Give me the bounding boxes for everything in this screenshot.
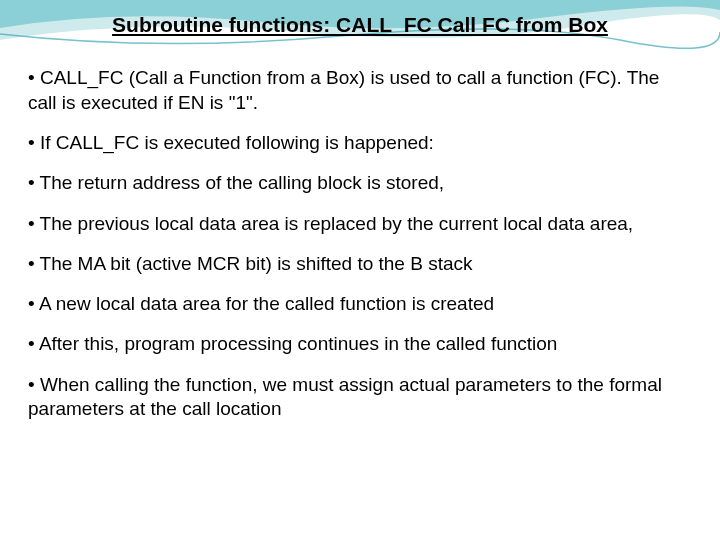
bullet-item: • A new local data area for the called f… [28, 292, 692, 316]
bullet-item: • When calling the function, we must ass… [28, 373, 692, 422]
bullet-item: • After this, program processing continu… [28, 332, 692, 356]
slide-title: Subroutine functions: CALL_FC Call FC fr… [28, 12, 692, 50]
bullet-item: • The previous local data area is replac… [28, 212, 692, 236]
slide-content: Subroutine functions: CALL_FC Call FC fr… [0, 0, 720, 540]
bullet-item: • The return address of the calling bloc… [28, 171, 692, 195]
bullet-item: • If CALL_FC is executed following is ha… [28, 131, 692, 155]
bullet-item: • The MA bit (active MCR bit) is shifted… [28, 252, 692, 276]
bullet-item: • CALL_FC (Call a Function from a Box) i… [28, 66, 692, 115]
